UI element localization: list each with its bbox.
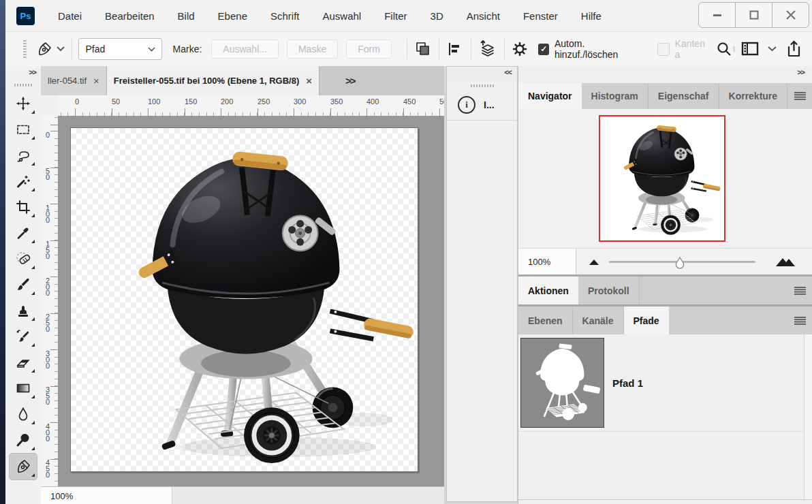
pen-tool-chevron-icon[interactable] bbox=[57, 46, 65, 52]
dock-collapse-button[interactable]: >> bbox=[518, 66, 812, 83]
rectangular-marquee-tool[interactable] bbox=[10, 116, 37, 142]
menu-datei[interactable]: Datei bbox=[58, 10, 82, 22]
eyedropper-tool[interactable] bbox=[10, 220, 37, 246]
close-button[interactable] bbox=[772, 2, 809, 28]
panel-menu-icon[interactable] bbox=[794, 317, 806, 325]
lasso-icon bbox=[15, 147, 31, 163]
menu-filter[interactable]: Filter bbox=[384, 10, 407, 22]
navigator-zoom-field[interactable]: 100% bbox=[518, 249, 576, 274]
eraser-tool[interactable] bbox=[10, 349, 37, 375]
tab-pfade[interactable]: Pfade bbox=[624, 306, 669, 334]
ruler-tick-label: 50 bbox=[44, 167, 52, 179]
ruler-tick-label: 200 bbox=[44, 277, 52, 295]
tab-navigator[interactable]: Navigator bbox=[518, 83, 582, 109]
history-brush-tool[interactable] bbox=[10, 324, 37, 349]
workspace-chevron-icon[interactable] bbox=[768, 46, 777, 52]
healing-icon bbox=[15, 251, 31, 267]
maske-button[interactable]: Maske bbox=[287, 40, 338, 59]
toolbar-drag-handle[interactable] bbox=[14, 84, 32, 86]
maximize-icon bbox=[749, 10, 759, 20]
canvas-document[interactable] bbox=[70, 127, 418, 472]
magic-wand-icon bbox=[15, 173, 31, 189]
path-align-icon[interactable] bbox=[446, 40, 464, 58]
minimize-button[interactable] bbox=[698, 2, 736, 28]
path-thumbnail[interactable] bbox=[520, 338, 604, 428]
search-icon[interactable] bbox=[715, 40, 733, 58]
zoom-in-icon[interactable] bbox=[775, 257, 796, 267]
form-button[interactable]: Form bbox=[346, 40, 392, 59]
pen-tool[interactable] bbox=[9, 453, 37, 480]
blur-tool[interactable] bbox=[10, 401, 37, 427]
tool-mode-select[interactable]: Pfad bbox=[78, 38, 161, 60]
separator bbox=[471, 39, 471, 59]
window-controls bbox=[699, 2, 809, 28]
path-arrange-icon[interactable] bbox=[478, 40, 497, 59]
menu-schrift[interactable]: Schrift bbox=[270, 10, 300, 22]
close-tab-icon[interactable]: × bbox=[93, 75, 99, 86]
dodge-tool[interactable] bbox=[10, 427, 37, 453]
vertical-ruler[interactable]: 0 50 100 150 200 250 300 350 400 450 50 bbox=[41, 116, 59, 486]
edges-checkbox[interactable] bbox=[657, 43, 670, 56]
path-operations-icon[interactable] bbox=[414, 40, 432, 58]
scrollbar-gutter[interactable] bbox=[804, 334, 812, 499]
menu-ansicht[interactable]: Ansicht bbox=[467, 10, 500, 22]
close-tab-icon[interactable]: × bbox=[306, 75, 312, 86]
tab-kanaele[interactable]: Kanäle bbox=[573, 306, 624, 334]
gradient-tool[interactable] bbox=[10, 375, 37, 401]
path-row[interactable]: Pfad 1 bbox=[518, 334, 812, 432]
tab-protokoll[interactable]: Protokoll bbox=[578, 277, 640, 304]
tools-panel: >> bbox=[5, 66, 42, 504]
panel-menu-icon[interactable] bbox=[794, 287, 806, 295]
menu-auswahl[interactable]: Auswahl bbox=[323, 10, 362, 22]
horizontal-ruler[interactable]: 0 50 100 150 200 250 300 350 400 450 50 bbox=[58, 95, 444, 116]
menu-3d[interactable]: 3D bbox=[431, 10, 443, 22]
stamp-icon bbox=[15, 302, 31, 319]
path-name[interactable]: Pfad 1 bbox=[612, 377, 643, 389]
menu-bearbeiten[interactable]: Bearbeiten bbox=[105, 10, 155, 22]
spot-healing-tool[interactable] bbox=[10, 246, 37, 272]
menu-ebene[interactable]: Ebene bbox=[218, 10, 247, 22]
document-tab-active[interactable]: Freisteller-055.tif bei 100% (Ebene 1, R… bbox=[107, 66, 319, 95]
tab-korrekturen[interactable]: Korrekture bbox=[719, 83, 788, 109]
canvas-pasteboard[interactable] bbox=[58, 116, 444, 486]
gear-icon[interactable] bbox=[511, 40, 529, 58]
document-tab-inactive[interactable]: ller-054.tif × bbox=[41, 66, 107, 95]
document-statusbar: 100% bbox=[41, 486, 444, 504]
paths-panel-footer bbox=[518, 499, 812, 504]
tab-aktionen[interactable]: Aktionen bbox=[518, 277, 578, 304]
tab-overflow-button[interactable]: >> bbox=[339, 72, 362, 89]
maximize-button[interactable] bbox=[735, 2, 772, 28]
tab-ebenen[interactable]: Ebenen bbox=[518, 306, 573, 334]
navigator-proxy-view[interactable] bbox=[599, 115, 725, 242]
zoom-out-icon[interactable] bbox=[588, 257, 600, 266]
menu-hilfe[interactable]: Hilfe bbox=[581, 10, 602, 22]
crop-tool[interactable] bbox=[10, 194, 37, 220]
lasso-tool[interactable] bbox=[10, 142, 37, 168]
info-panel-collapse-button[interactable]: << bbox=[447, 67, 517, 82]
share-icon[interactable] bbox=[785, 40, 802, 59]
auto-add-checkbox[interactable]: ✓ bbox=[538, 44, 549, 55]
info-panel-item[interactable]: i I... bbox=[447, 90, 517, 121]
status-zoom-field[interactable]: 100% bbox=[41, 487, 172, 504]
brush-tool[interactable] bbox=[10, 272, 37, 298]
panel-menu-icon[interactable] bbox=[794, 92, 806, 100]
info-panel-label: I... bbox=[484, 99, 495, 110]
menu-fenster[interactable]: Fenster bbox=[523, 10, 558, 22]
ruler-corner[interactable] bbox=[41, 95, 59, 116]
magic-wand-tool[interactable] bbox=[10, 168, 37, 194]
toolbar-expand-button[interactable]: >> bbox=[5, 66, 41, 82]
info-panel-drag-handle[interactable] bbox=[471, 84, 494, 87]
separator bbox=[407, 39, 407, 59]
tab-eigenschaften[interactable]: Eigenschaf bbox=[649, 83, 719, 109]
menu-bild[interactable]: Bild bbox=[178, 10, 195, 22]
separator bbox=[439, 39, 439, 59]
move-tool[interactable] bbox=[10, 91, 37, 116]
ruler-tick-label: 300 bbox=[44, 349, 52, 368]
optionsbar-drag-handle[interactable] bbox=[23, 40, 27, 58]
auswahl-button[interactable]: Auswahl... bbox=[211, 40, 279, 59]
workspace-icon[interactable] bbox=[740, 41, 760, 57]
clone-stamp-tool[interactable] bbox=[10, 298, 37, 324]
tab-histogramm[interactable]: Histogram bbox=[582, 83, 649, 109]
zoom-slider-thumb[interactable] bbox=[674, 257, 686, 269]
ruler-tick-label: 50 bbox=[439, 97, 444, 106]
